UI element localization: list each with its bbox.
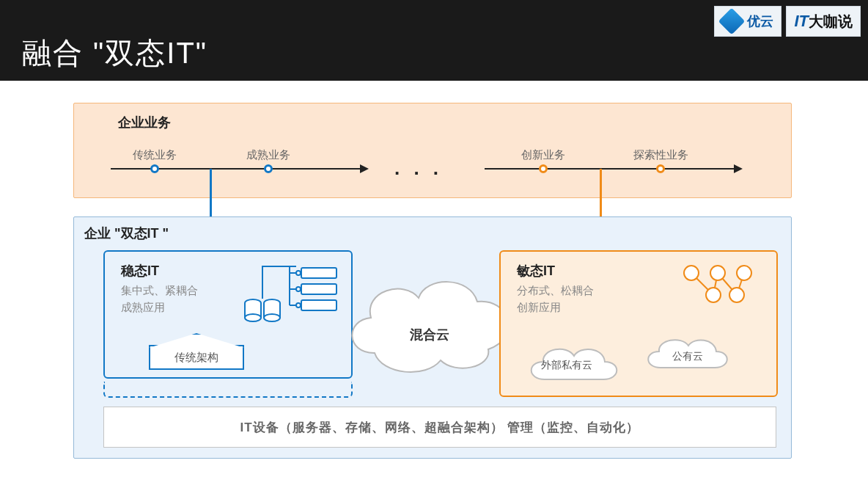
- mesh-network-icon: [674, 262, 762, 313]
- it-footer-text: IT设备（服务器、存储、网络、超融合架构） 管理（监控、自动化）: [240, 419, 640, 436]
- svg-point-21: [710, 266, 725, 280]
- stable-dashed-extension: [103, 382, 353, 398]
- label-mature: 成熟业务: [246, 148, 290, 162]
- hybrid-cloud: 混合云: [338, 258, 521, 382]
- business-panel: 企业业务 传统业务 成熟业务 . . . 创新业务 探索性业务: [73, 103, 792, 198]
- private-cloud: 外部私有云: [523, 341, 611, 385]
- arrow-icon: [734, 164, 743, 173]
- svg-point-2: [245, 314, 261, 321]
- svg-point-13: [296, 271, 301, 275]
- public-cloud-label: 公有云: [672, 350, 703, 363]
- label-traditional: 传统业务: [133, 148, 177, 162]
- stable-it-box: 稳态IT 集中式、紧耦合 成熟应用 传统架构: [103, 250, 353, 379]
- svg-rect-12: [301, 300, 336, 310]
- logo-dks-text: 大咖说: [809, 12, 853, 32]
- svg-point-15: [296, 303, 301, 307]
- svg-point-20: [684, 266, 699, 280]
- business-panel-title: 企业业务: [118, 114, 171, 131]
- logo-it-text: IT: [794, 12, 809, 31]
- svg-point-7: [264, 314, 280, 321]
- dot-innovate: [539, 164, 548, 173]
- dot-explore: [656, 164, 665, 173]
- it-panel: 企业 "双态IT " 稳态IT 集中式、紧耦合 成熟应用 传统架构: [73, 216, 792, 459]
- svg-point-24: [729, 288, 744, 302]
- it-footer-bar: IT设备（服务器、存储、网络、超融合架构） 管理（监控、自动化）: [103, 407, 776, 448]
- svg-rect-10: [301, 268, 336, 278]
- server-cluster-icon: [238, 262, 341, 328]
- label-explore: 探索性业务: [633, 148, 688, 162]
- hybrid-cloud-label: 混合云: [410, 326, 449, 343]
- legacy-arch-label: 传统架构: [174, 351, 218, 365]
- svg-rect-11: [301, 284, 336, 294]
- dot-traditional: [150, 164, 159, 173]
- legacy-arch-box: 传统架构: [149, 345, 244, 370]
- dot-mature: [264, 164, 273, 173]
- axis-right: [485, 168, 734, 170]
- ellipsis-icon: . . .: [394, 157, 443, 180]
- logo-youyun-text: 优云: [747, 12, 773, 30]
- private-cloud-label: 外部私有云: [541, 359, 592, 372]
- logo-group: 优云 IT 大咖说: [714, 6, 861, 37]
- cube-icon: [718, 8, 746, 35]
- cloud-icon: [338, 258, 521, 382]
- logo-itdks: IT 大咖说: [786, 6, 861, 37]
- slide-title: 融合 "双态IT": [22, 33, 207, 73]
- arrow-icon: [360, 164, 369, 173]
- public-cloud: 公有云: [640, 332, 735, 376]
- axis-left: [111, 168, 360, 170]
- label-innovate: 创新业务: [521, 148, 565, 162]
- slide-header: 融合 "双态IT" 优云 IT 大咖说: [0, 0, 868, 81]
- agile-it-box: 敏态IT 分布式、松耦合 创新应用: [499, 250, 778, 397]
- diagram-stage: 企业业务 传统业务 成熟业务 . . . 创新业务 探索性业务 企业 "双态IT…: [73, 103, 792, 470]
- it-panel-title: 企业 "双态IT ": [84, 225, 169, 242]
- svg-point-14: [296, 287, 301, 291]
- svg-point-23: [706, 288, 721, 302]
- logo-youyun: 优云: [714, 6, 781, 37]
- svg-point-22: [737, 266, 751, 280]
